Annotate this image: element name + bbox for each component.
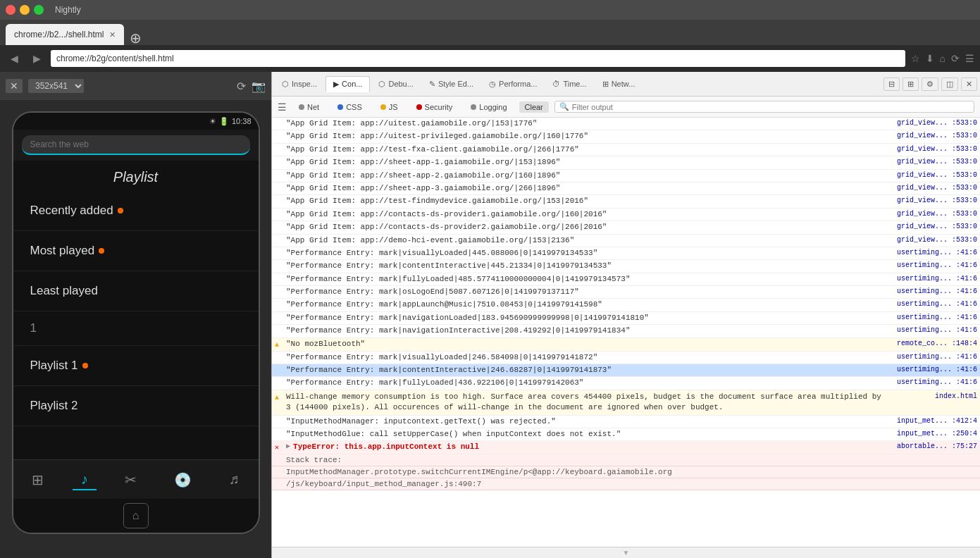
- rotate-icon[interactable]: ⟳: [237, 80, 246, 93]
- list-item[interactable]: Least played: [13, 271, 259, 311]
- debug-icon: ⬡: [378, 80, 385, 89]
- log-text: "Performance Entry: mark|navigationInter…: [286, 326, 887, 336]
- log-source[interactable]: usertiming... :41:6: [893, 365, 977, 375]
- error-expand-arrow[interactable]: ▶: [286, 442, 290, 452]
- log-source[interactable]: grid_view... :533:0: [893, 183, 977, 193]
- home-icon[interactable]: ⌂: [940, 53, 945, 64]
- log-row: "Performance Entry: mark|fullyLoaded|436…: [272, 377, 980, 390]
- filter-js-label: JS: [389, 103, 398, 111]
- devtools-resize-handle[interactable]: ▼: [272, 547, 980, 558]
- log-source[interactable]: grid_view... :533:0: [893, 157, 977, 167]
- maximize-window-button[interactable]: [34, 5, 44, 15]
- log-source[interactable]: usertiming... :41:6: [893, 299, 977, 309]
- log-source[interactable]: index.html: [893, 392, 977, 402]
- back-button[interactable]: ◀: [6, 53, 23, 64]
- filter-toggle-icon[interactable]: ☰: [278, 101, 287, 113]
- log-source[interactable]: usertiming... :41:6: [893, 378, 977, 388]
- log-source[interactable]: grid_view... :533:0: [893, 235, 977, 245]
- tab-style-label: Style Ed...: [438, 80, 473, 88]
- log-source[interactable]: usertiming... :41:6: [893, 274, 977, 284]
- log-source[interactable]: input_met... :250:4: [893, 429, 977, 439]
- log-text: "Performance Entry: mark|appLaunch@Music…: [286, 299, 887, 310]
- tab-inspector[interactable]: ⬡ Inspe...: [275, 77, 324, 92]
- download-icon[interactable]: ⬇: [926, 53, 934, 64]
- bookmark-icon[interactable]: ☆: [911, 53, 920, 64]
- log-source[interactable]: grid_view... :533:0: [893, 196, 977, 206]
- playlist-title: Playlist: [13, 161, 259, 191]
- forward-button[interactable]: ▶: [28, 53, 45, 64]
- playlist-item-label: Playlist 2: [30, 399, 78, 413]
- tab-debugger-label: Debu...: [388, 80, 413, 88]
- filter-logging-button[interactable]: Logging: [464, 101, 513, 113]
- phone-search-input[interactable]: [22, 135, 250, 155]
- nav-edit-button[interactable]: ✂: [116, 469, 145, 491]
- log-source[interactable]: input_met... :412:4: [893, 416, 977, 426]
- close-window-button[interactable]: [6, 5, 15, 15]
- log-source[interactable]: grid_view... :533:0: [893, 144, 977, 154]
- filter-js-button[interactable]: JS: [374, 101, 404, 113]
- log-source[interactable]: usertiming... :41:6: [893, 313, 977, 323]
- log-text: "App Grid Item: app://uitest-privileged.…: [286, 131, 887, 142]
- list-item[interactable]: Playlist 2: [13, 386, 259, 426]
- list-item[interactable]: Playlist 1: [13, 346, 259, 386]
- new-tab-button[interactable]: ⊕: [130, 31, 142, 45]
- log-source[interactable]: usertiming... :41:6: [893, 248, 977, 258]
- log-source[interactable]: grid_view... :533:0: [893, 131, 977, 141]
- list-item[interactable]: Recently added: [13, 191, 259, 231]
- devtools-close-button[interactable]: ✕: [961, 78, 977, 91]
- log-source[interactable]: grid_view... :533:0: [893, 118, 977, 128]
- nav-music-button[interactable]: ♪: [73, 469, 97, 490]
- log-source[interactable]: usertiming... :41:6: [893, 352, 977, 362]
- filter-css-button[interactable]: CSS: [331, 101, 368, 113]
- tab-performance[interactable]: ◷ Performa...: [482, 77, 544, 92]
- screenshot-icon[interactable]: 📷: [252, 80, 266, 93]
- log-source[interactable]: usertiming... :41:6: [893, 287, 977, 297]
- filter-output-input[interactable]: [572, 103, 969, 111]
- log-source[interactable]: abortable... :75:27: [893, 442, 977, 452]
- tab-console[interactable]: ▶ Con...: [325, 76, 370, 92]
- tab-close-icon[interactable]: ✕: [109, 30, 116, 39]
- filter-bar: ☰ Net CSS JS Security Logging Clear: [272, 97, 980, 118]
- devtools-undock-button[interactable]: ⊞: [903, 78, 919, 91]
- devtools-split-button[interactable]: ◫: [941, 78, 958, 91]
- log-source[interactable]: usertiming... :41:6: [893, 326, 977, 335]
- devtools-settings-button[interactable]: ⚙: [922, 78, 938, 91]
- filter-search-icon: 🔍: [559, 102, 569, 111]
- address-input[interactable]: chrome://b2g/content/shell.html: [51, 50, 905, 67]
- devtools-dock-button[interactable]: ⊟: [883, 78, 900, 91]
- log-text: "Performance Entry: mark|contentInteract…: [286, 365, 887, 376]
- home-button[interactable]: ⌂: [123, 503, 149, 528]
- nav-note-button[interactable]: ♬: [221, 469, 248, 490]
- nav-disc-button[interactable]: 💿: [166, 469, 200, 491]
- phone-close-button[interactable]: ✕: [6, 79, 23, 93]
- sync-icon[interactable]: ⟳: [951, 53, 960, 64]
- log-text: "Performance Entry: mark|fullyLoaded|436…: [286, 378, 887, 388]
- browser-tab[interactable]: chrome://b2.../shell.html ✕: [6, 24, 124, 45]
- clear-console-button[interactable]: Clear: [519, 101, 549, 113]
- resolution-select[interactable]: 352x541: [28, 79, 84, 93]
- tab-style-editor[interactable]: ✎ Style Ed...: [422, 77, 480, 92]
- log-source[interactable]: usertiming... :41:6: [893, 261, 977, 271]
- tab-network[interactable]: ⊞ Netw...: [595, 77, 643, 92]
- log-row-warning-text: ▲ Will-change memory consumption is too …: [272, 390, 980, 416]
- tab-timeline[interactable]: ⏱ Time...: [545, 77, 593, 91]
- log-text: "App Grid Item: app://test-findmydevice.…: [286, 196, 887, 206]
- tab-debugger[interactable]: ⬡ Debu...: [371, 77, 420, 92]
- warning-icon: ▲: [275, 339, 286, 350]
- nav-grid-button[interactable]: ⊞: [23, 469, 52, 491]
- log-row: "Performance Entry: mark|visuallyLoaded|…: [272, 352, 980, 364]
- devtools-window-controls: ⊟ ⊞ ⚙ ◫ ✕: [883, 78, 977, 91]
- filter-net-button[interactable]: Net: [292, 101, 325, 113]
- log-source[interactable]: grid_view... :533:0: [893, 209, 977, 219]
- log-source[interactable]: grid_view... :533:0: [893, 170, 977, 180]
- phone-search-bar: [13, 130, 259, 161]
- log-source[interactable]: remote_co... :148:4: [893, 339, 977, 349]
- minimize-window-button[interactable]: [20, 5, 30, 15]
- log-text: "Performance Entry: mark|visuallyLoaded|…: [286, 248, 887, 259]
- menu-icon[interactable]: ☰: [965, 53, 974, 64]
- log-source[interactable]: grid_view... :533:0: [893, 222, 977, 232]
- log-row: "App Grid Item: app://sheet-app-3.gaiamo…: [272, 182, 980, 195]
- filter-security-button[interactable]: Security: [410, 101, 459, 113]
- list-item[interactable]: Most played: [13, 231, 259, 271]
- filter-input-wrap: 🔍: [554, 101, 974, 113]
